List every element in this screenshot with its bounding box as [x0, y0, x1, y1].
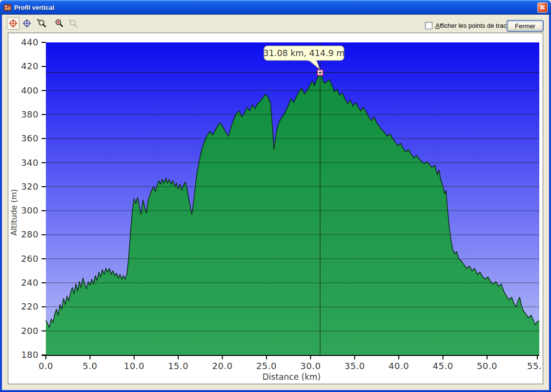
x-tick-label: 5.0 — [82, 361, 97, 371]
chart-panel: 1802002202402602803003203403603804004204… — [8, 33, 543, 384]
checkbox-label: Afficher les points de tracé — [435, 22, 510, 29]
y-tick-label: 320 — [21, 181, 39, 192]
x-tick-label: 20.0 — [212, 361, 233, 371]
zoom-selection-button[interactable] — [35, 17, 48, 30]
x-tick-label: 0.0 — [39, 361, 53, 371]
window-border-right — [549, 14, 551, 392]
x-tick-label: 25.0 — [256, 361, 277, 371]
y-tick-label: 180 — [21, 350, 39, 360]
red-crosshair-button[interactable] — [7, 17, 20, 30]
x-tick-label: 10.0 — [124, 361, 144, 371]
zoom-in-button[interactable] — [53, 17, 65, 30]
y-tick-label: 360 — [21, 133, 39, 143]
tooltip-seam — [308, 60, 316, 61]
window-profil-vertical: Profil vertical — [0, 0, 551, 392]
y-tick-label: 260 — [21, 254, 39, 264]
window-border-bottom — [0, 390, 551, 392]
elevation-chart[interactable]: 1802002202402602803003203403603804004204… — [8, 33, 543, 384]
red-crosshair-icon — [8, 18, 19, 29]
checkbox-box[interactable] — [425, 22, 432, 29]
x-axis-title: Distance (km) — [263, 372, 321, 382]
close-button[interactable] — [537, 2, 548, 13]
window-title: Profil vertical — [14, 4, 54, 11]
x-tick-label: 30.0 — [300, 361, 321, 371]
close-icon — [540, 5, 545, 10]
zoom-out-button[interactable] — [66, 17, 79, 30]
x-tick-label: 15.0 — [168, 361, 188, 371]
zoom-out-icon — [67, 18, 78, 29]
title-bar[interactable]: Profil vertical — [0, 0, 551, 15]
y-tick-label: 220 — [21, 301, 39, 312]
x-tick-label: 35.0 — [345, 361, 365, 371]
y-axis-title: Altitude (m) — [9, 189, 19, 236]
y-tick-label: 400 — [21, 85, 39, 96]
x-tick-label: 40.0 — [388, 361, 409, 371]
y-tick-label: 200 — [21, 326, 39, 336]
zoom-selection-icon — [36, 18, 47, 29]
x-tick-label: 45.0 — [433, 361, 453, 371]
y-tick-label: 420 — [21, 61, 39, 71]
y-tick-label: 300 — [21, 205, 39, 216]
y-tick-label: 240 — [21, 277, 39, 288]
window-border-left — [0, 14, 2, 392]
toolbar: Afficher les points de tracé Fermer — [2, 15, 549, 33]
window-icon — [3, 3, 12, 12]
x-tick-label: 55.7 — [527, 361, 543, 371]
fermer-button[interactable]: Fermer — [507, 20, 544, 32]
toolbar-buttons — [7, 17, 79, 30]
y-tick-label: 380 — [21, 109, 39, 119]
y-tick-label: 340 — [21, 157, 39, 168]
show-trace-points-checkbox[interactable]: Afficher les points de tracé — [425, 22, 510, 29]
blue-crosshair-button[interactable] — [20, 17, 33, 30]
y-tick-label: 280 — [21, 229, 39, 239]
tooltip-label: 31.08 km, 414.9 m — [264, 48, 345, 58]
x-tick-label: 50.0 — [477, 361, 497, 371]
blue-crosshair-icon — [21, 18, 32, 29]
zoom-in-icon — [54, 18, 64, 29]
y-tick-label: 440 — [21, 37, 39, 47]
